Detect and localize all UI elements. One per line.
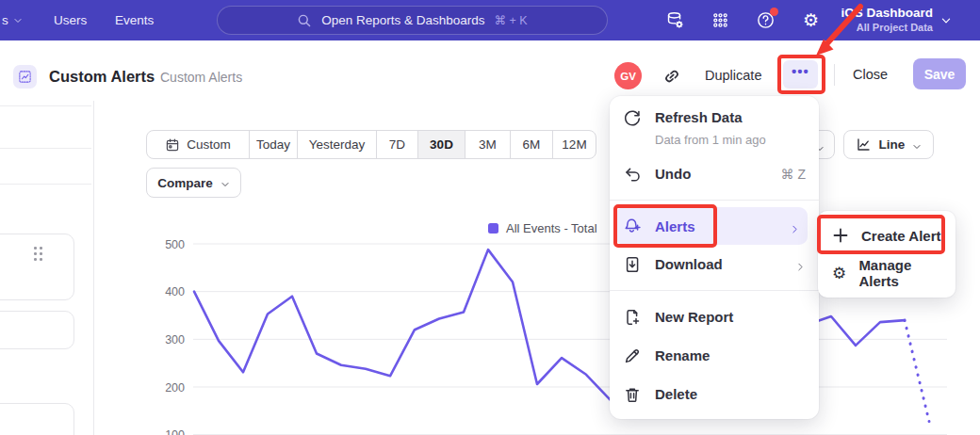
- nav-item-partial-label: s: [2, 13, 8, 27]
- project-switcher[interactable]: iOS Dashboard All Project Data: [841, 0, 952, 40]
- date-range-label: Custom: [187, 137, 231, 152]
- bell-plus-icon: [623, 217, 642, 235]
- svg-text:200: 200: [165, 381, 185, 395]
- drag-handle-icon[interactable]: [34, 247, 43, 262]
- submenu-item-create-alert[interactable]: Create Alert: [818, 217, 956, 254]
- chevron-down-icon: [220, 178, 230, 187]
- compare-label: Compare: [157, 176, 213, 190]
- settings-gear-icon[interactable]: ⚙: [801, 10, 821, 30]
- date-range-label: Today: [256, 137, 290, 152]
- date-range-3m[interactable]: 3M: [466, 131, 511, 158]
- chevron-right-icon: [790, 221, 800, 232]
- new-report-icon: [623, 308, 642, 327]
- submenu-item-manage-alerts[interactable]: ⚙Manage Alerts: [818, 254, 956, 292]
- header-divider: [834, 64, 835, 86]
- menu-item-label: Alerts: [655, 218, 695, 234]
- query-builder-card[interactable]: [0, 234, 74, 300]
- nav-item-users[interactable]: Users: [54, 0, 87, 40]
- menu-item-download[interactable]: Download: [610, 245, 819, 283]
- global-search-input[interactable]: Open Reports & Dashboards ⌘ + K: [217, 6, 608, 35]
- chart-legend: All Events - Total: [488, 221, 597, 235]
- app-window: 500400300200100 All Events - Total Custo…: [0, 0, 980, 435]
- menu-item-new-report[interactable]: New Report: [610, 298, 819, 336]
- svg-text:300: 300: [165, 333, 185, 346]
- chevron-down-icon: [912, 140, 922, 150]
- left-panel-row-divider: [0, 148, 91, 149]
- undo-icon: [623, 165, 642, 184]
- navbar-icon-group: ⚙: [665, 0, 821, 40]
- avatar[interactable]: GV: [614, 62, 642, 89]
- menu-item-rename[interactable]: Rename: [610, 336, 819, 375]
- date-range-custom[interactable]: Custom: [147, 131, 250, 158]
- date-range-30d[interactable]: 30D: [418, 131, 466, 158]
- date-range-6m[interactable]: 6M: [511, 131, 553, 158]
- search-shortcut: ⌘ + K: [495, 13, 528, 27]
- menu-item-label: Download: [655, 256, 723, 272]
- date-range-12m[interactable]: 12M: [553, 131, 596, 158]
- left-panel-divider: [93, 101, 94, 435]
- query-builder-card[interactable]: [0, 311, 74, 349]
- close-button[interactable]: Close: [853, 67, 888, 82]
- breadcrumb: Custom Alerts: [160, 70, 242, 85]
- refresh-icon: [623, 109, 642, 128]
- compare-button[interactable]: Compare: [146, 168, 241, 198]
- report-type-icon: [13, 65, 37, 89]
- date-range-label: 3M: [479, 137, 497, 152]
- date-range-selector: CustomTodayYesterday7D30D3M6M12M: [146, 130, 596, 159]
- search-icon: [297, 13, 312, 28]
- svg-text:100: 100: [165, 428, 185, 435]
- apps-grid-icon[interactable]: [710, 10, 730, 30]
- chart-type-button[interactable]: Line: [843, 130, 934, 159]
- menu-divider: [610, 290, 819, 291]
- search-placeholder: Open Reports & Dashboards: [321, 13, 484, 27]
- svg-text:400: 400: [165, 285, 185, 298]
- menu-item-label: Delete: [655, 386, 697, 402]
- submenu-item-label: Manage Alerts: [858, 257, 942, 289]
- date-range-yesterday[interactable]: Yesterday: [298, 131, 377, 158]
- notification-dot: [770, 8, 778, 16]
- menu-item-delete[interactable]: Delete: [610, 375, 819, 413]
- gear-icon: ⚙: [831, 264, 847, 282]
- date-range-label: 6M: [523, 137, 541, 152]
- menu-item-undo[interactable]: Undo⌘ Z: [610, 154, 819, 193]
- top-navbar: s Users Events Open Reports & Dashboards…: [0, 0, 980, 40]
- date-range-label: 7D: [389, 137, 405, 152]
- data-management-icon[interactable]: [665, 10, 685, 30]
- menu-item-alerts[interactable]: Alerts: [615, 207, 808, 245]
- more-options-menu: Refresh DataData from 1 min agoUndo⌘ ZAl…: [610, 96, 819, 419]
- calendar-icon: [165, 137, 180, 153]
- help-icon[interactable]: [756, 10, 776, 30]
- plus-icon: [831, 226, 850, 245]
- date-range-label: 30D: [430, 137, 453, 152]
- date-range-7d[interactable]: 7D: [377, 131, 418, 158]
- share-link-icon[interactable]: [661, 65, 683, 88]
- project-name: iOS Dashboard: [841, 6, 933, 22]
- date-range-label: Yesterday: [309, 137, 366, 152]
- pencil-icon: [623, 346, 642, 365]
- query-builder-card[interactable]: [0, 403, 74, 435]
- line-chart-icon: [856, 137, 872, 153]
- menu-item-label: Refresh Data: [655, 109, 743, 125]
- download-icon: [623, 255, 642, 274]
- legend-label: All Events - Total: [506, 221, 597, 235]
- chevron-down-icon: [13, 16, 23, 25]
- page-title: Custom Alerts: [49, 68, 155, 86]
- menu-item-label: Rename: [655, 347, 710, 363]
- legend-swatch: [488, 223, 498, 234]
- project-scope: All Project Data: [841, 22, 933, 35]
- duplicate-button[interactable]: Duplicate: [705, 68, 761, 83]
- menu-item-refresh-data[interactable]: Refresh DataData from 1 min ago: [610, 107, 819, 154]
- save-button[interactable]: Save: [913, 58, 966, 89]
- menu-item-label: New Report: [655, 309, 733, 325]
- nav-item-partial[interactable]: s: [2, 0, 23, 40]
- menu-item-label: Undo: [655, 166, 691, 182]
- menu-divider: [610, 200, 819, 201]
- menu-item-shortcut: ⌘ Z: [781, 167, 806, 182]
- left-panel-row-divider: [0, 105, 91, 106]
- menu-item-sublabel: Data from 1 min ago: [655, 133, 766, 147]
- date-range-today[interactable]: Today: [250, 131, 298, 158]
- svg-text:500: 500: [165, 238, 185, 251]
- more-options-button[interactable]: •••: [783, 60, 818, 89]
- nav-item-events[interactable]: Events: [115, 0, 154, 40]
- date-range-label: 12M: [562, 137, 586, 152]
